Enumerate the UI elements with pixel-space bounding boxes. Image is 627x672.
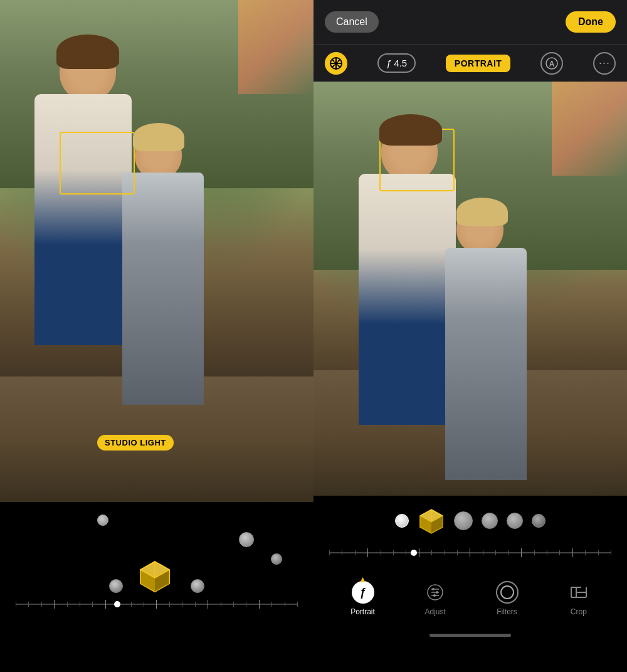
left-intensity-slider[interactable] [16,604,298,605]
svg-line-14 [338,65,340,67]
tab-filters[interactable]: Filters [496,581,519,616]
light-effect-dot-1[interactable] [97,515,108,526]
second-bar: ƒ 4.5 PORTRAIT A ··· [314,44,627,82]
light-effect-small-1[interactable] [109,579,123,593]
studio-light-cube-icon[interactable] [138,558,176,596]
left-lighting-row [0,508,314,596]
left-photo: STUDIO LIGHT [0,0,314,502]
svg-line-13 [332,59,335,61]
svg-text:A: A [549,60,555,68]
svg-point-30 [436,591,438,594]
svg-line-15 [338,59,340,61]
left-panel: STUDIO LIGHT [0,0,314,672]
portrait-mode-badge[interactable]: PORTRAIT [446,55,511,72]
right-studio-light-cube[interactable] [418,507,445,535]
right-photo [314,82,627,496]
younger-boy-body [122,173,204,405]
aperture-icon[interactable] [325,52,347,75]
filters-inner-ring [500,585,514,599]
r-younger-boy-body [445,248,527,480]
filters-tab-icon [496,581,519,604]
right-controls: ƒ Portrait [314,496,627,672]
cancel-button[interactable]: Cancel [325,11,379,33]
adjust-tab-icon [424,581,446,604]
home-indicator [429,634,511,637]
portrait-f-letter: ƒ [359,586,366,599]
left-controls [0,502,314,672]
studio-light-label: STUDIO LIGHT [97,435,174,451]
right-light-dot-4[interactable] [507,513,523,529]
sky-glow [238,0,314,94]
light-effect-dot-3[interactable] [271,553,282,565]
right-light-dot-5[interactable] [532,514,545,528]
f-stop-value: 4.5 [394,58,407,68]
older-boy-hair [56,35,119,69]
right-lighting-row [314,501,627,541]
face-detection-box [60,132,135,195]
right-panel: Cancel Done ƒ 4.5 PORTRAIT [314,0,627,672]
svg-line-16 [332,65,335,67]
right-sky-glow [552,82,627,176]
r-younger-boy-hair [456,198,508,226]
r-older-boy-body [359,174,456,425]
light-effect-small-2[interactable] [191,579,204,593]
auto-icon[interactable]: A [540,52,563,75]
done-button[interactable]: Done [566,11,616,33]
right-slider-thumb[interactable] [411,550,417,556]
f-stop-badge[interactable]: ƒ 4.5 [377,53,416,73]
right-light-dot-3[interactable] [482,513,498,529]
portrait-tab-label: Portrait [350,607,375,616]
left-slider-thumb[interactable] [114,601,120,607]
filters-tab-label: Filters [497,607,517,616]
portrait-tab-icon: ƒ [352,581,374,604]
top-bar: Cancel Done [314,0,627,44]
crop-tab-label: Crop [571,607,587,616]
tab-portrait[interactable]: ƒ Portrait [350,581,375,616]
more-options-icon[interactable]: ··· [593,52,616,75]
more-dots: ··· [599,56,610,70]
right-intensity-slider[interactable] [329,543,611,562]
right-light-dot-2[interactable] [454,511,473,530]
svg-point-8 [334,61,338,65]
svg-point-28 [432,588,435,590]
light-effect-dot-2[interactable] [239,532,254,547]
crop-tab-icon [567,581,590,604]
tab-adjust[interactable]: Adjust [424,581,446,616]
r-older-boy-hair [379,114,442,146]
tab-bar: ƒ Portrait [314,567,627,630]
right-light-dot-1[interactable] [395,514,409,528]
portrait-active-dot [361,577,366,582]
younger-boy-hair [133,123,184,151]
tab-crop[interactable]: Crop [567,581,590,616]
svg-point-32 [433,594,436,597]
adjust-tab-label: Adjust [424,607,445,616]
f-icon: ƒ [386,58,391,68]
